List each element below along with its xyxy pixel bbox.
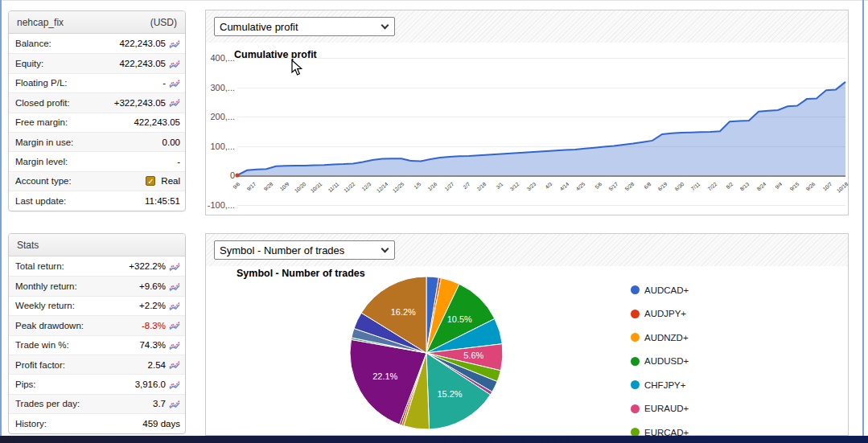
account-info-panel: nehcap_fix (USD) Balance:422,243.05 Equi… xyxy=(8,10,186,211)
chart-type-select[interactable]: Cumulative profit xyxy=(214,17,395,36)
account-row: Balance:422,243.05 xyxy=(9,34,185,53)
mini-chart-icon[interactable] xyxy=(169,400,180,408)
mini-chart-icon[interactable] xyxy=(169,39,180,48)
stats-row-label: Total return: xyxy=(15,261,64,271)
legend-item-euraud+: EURAUD+ xyxy=(631,397,689,421)
stats-value-text: 459 days xyxy=(142,419,180,429)
account-row-label: Account type: xyxy=(15,176,72,186)
account-row-label: Free margin: xyxy=(15,117,68,127)
account-row: Account type:✓Real xyxy=(9,171,185,191)
legend-item-chfjpy+: CHFJPY+ xyxy=(631,373,689,397)
pie-slice-percentage-label: 16.2% xyxy=(391,307,416,317)
account-row-label: Closed profit: xyxy=(15,98,70,108)
stats-row-value: +2.2% xyxy=(139,301,180,310)
mini-chart-icon[interactable] xyxy=(169,262,180,271)
legend-label: AUDUSD+ xyxy=(644,356,689,366)
stats-row-label: History: xyxy=(15,419,47,429)
mini-chart-icon[interactable] xyxy=(169,321,180,330)
cumulative-profit-section: Cumulative profit Cumulative profit 400,… xyxy=(205,10,849,215)
stats-row-label: Peak drawdown: xyxy=(15,321,84,330)
legend-label: AUDCAD+ xyxy=(644,285,689,295)
account-value-text: 422,243.05 xyxy=(119,39,166,48)
pie-slice-percentage-label: 15.2% xyxy=(437,389,462,399)
stats-row: Weekly return:+2.2% xyxy=(9,296,185,315)
top-border-line xyxy=(0,0,868,1)
pie-chart-canvas: Symbol - Number of trades 10.5%5.6%15.2%… xyxy=(206,266,848,435)
account-row-label: Last update: xyxy=(15,196,66,206)
account-value-text: 422,243.05 xyxy=(134,117,180,127)
account-widget-page: nehcap_fix (USD) Balance:422,243.05 Equi… xyxy=(0,0,868,443)
account-row-label: Balance: xyxy=(15,39,51,48)
pie-slice-percentage-label: 22.1% xyxy=(372,371,397,381)
mouse-cursor-icon xyxy=(291,59,302,76)
account-row: Margin in use:0.00 xyxy=(9,132,185,151)
mini-chart-icon[interactable] xyxy=(169,341,180,350)
stats-row-label: Pips: xyxy=(15,379,36,389)
legend-label: AUDNZD+ xyxy=(644,333,689,343)
stats-row: Profit factor:2.54 xyxy=(9,355,185,374)
pie-type-select[interactable]: Symbol - Number of trades xyxy=(214,240,395,260)
stats-panel-header: Stats xyxy=(9,234,185,256)
stats-value-text: -8.3% xyxy=(142,321,166,330)
account-value-text: - xyxy=(177,157,180,166)
stats-row-value: +322.2% xyxy=(129,261,180,271)
account-rows: Balance:422,243.05 Equity:422,243.05 Flo… xyxy=(9,34,185,211)
account-value-text: - xyxy=(162,78,166,88)
stats-row: Trade win %:74.3% xyxy=(9,335,185,355)
legend-color-dot xyxy=(631,285,640,294)
left-frame-border xyxy=(0,0,2,436)
account-value-text: 422,243.05 xyxy=(119,59,166,68)
legend-label: CHFJPY+ xyxy=(644,380,685,390)
legend-item-audjpy+: AUDJPY+ xyxy=(631,302,689,326)
account-row-label: Margin in use: xyxy=(15,137,73,147)
first-point-marker xyxy=(235,173,239,177)
account-value-text: +322,243.05 xyxy=(114,98,166,108)
stats-row-label: Monthly return: xyxy=(15,281,77,291)
stats-row-label: Weekly return: xyxy=(15,301,75,310)
stats-row-value: 74.3% xyxy=(139,340,180,350)
account-row-label: Margin level: xyxy=(15,157,68,166)
account-row-value: 422,243.05 xyxy=(119,39,180,48)
stats-row-value: 3.7 xyxy=(153,399,180,408)
legend-color-dot xyxy=(631,310,640,318)
symbol-trades-pie: 10.5%5.6%15.2%22.1%16.2% xyxy=(346,273,507,433)
pie-slice-percentage-label: 10.5% xyxy=(447,314,472,324)
stats-row: Peak drawdown:-8.3% xyxy=(9,315,185,334)
account-row-label: Equity: xyxy=(15,59,43,68)
mini-chart-icon[interactable] xyxy=(169,301,180,310)
account-row-value: - xyxy=(177,157,180,166)
stats-row-value: 459 days xyxy=(142,419,180,429)
mini-chart-icon[interactable] xyxy=(169,98,180,107)
account-row: Equity:422,243.05 xyxy=(9,53,185,72)
mini-chart-icon[interactable] xyxy=(169,282,180,291)
mini-chart-icon[interactable] xyxy=(169,79,180,88)
stats-row-label: Profit factor: xyxy=(15,360,65,370)
stats-value-text: +9.6% xyxy=(139,281,166,291)
chart-type-select-wrap: Cumulative profit xyxy=(214,17,395,36)
legend-item-audusd+: AUDUSD+ xyxy=(631,350,689,374)
legend-label: EURAUD+ xyxy=(644,404,689,413)
stats-row-value: 3,916.0 xyxy=(135,379,180,389)
stats-row: Monthly return:+9.6% xyxy=(9,276,185,295)
legend-color-dot xyxy=(631,333,640,342)
mini-chart-icon[interactable] xyxy=(169,380,180,389)
mini-chart-icon[interactable] xyxy=(169,360,180,369)
pie-chart-section: Symbol - Number of trades Symbol - Numbe… xyxy=(205,233,849,436)
account-row: Last update:11:45:51 xyxy=(9,191,185,210)
mini-chart-icon[interactable] xyxy=(169,59,180,68)
account-value-text: 11:45:51 xyxy=(145,196,180,206)
bottom-status-bar xyxy=(0,436,868,443)
stats-row: History:459 days xyxy=(9,413,185,433)
stats-value-text: 2.54 xyxy=(148,360,166,370)
account-row-value: ✓Real xyxy=(146,176,180,186)
stats-row-value: +9.6% xyxy=(139,281,180,291)
account-row-value: - xyxy=(162,78,180,88)
legend-item-audnzd+: AUDNZD+ xyxy=(631,326,689,350)
real-account-checkbox: ✓ xyxy=(146,176,155,186)
pie-slice-percentage-label: 5.6% xyxy=(463,351,483,360)
legend-item-audcad+: AUDCAD+ xyxy=(631,278,689,302)
account-value-text: 0.00 xyxy=(162,137,180,147)
account-row-value: +322,243.05 xyxy=(114,98,180,108)
account-panel-header: nehcap_fix (USD) xyxy=(9,11,185,34)
account-row-label: Floating P/L: xyxy=(15,78,68,88)
